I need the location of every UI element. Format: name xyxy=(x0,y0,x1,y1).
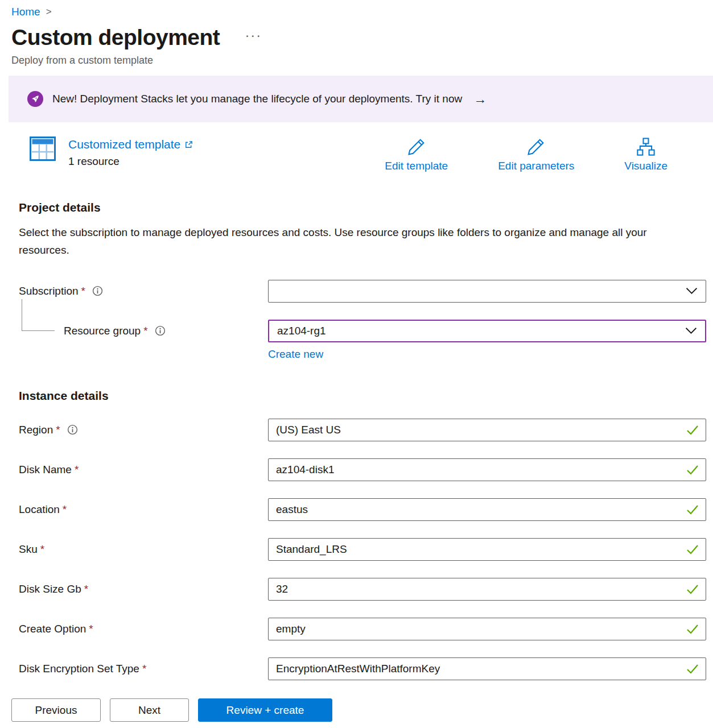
disk-size-label: Disk Size Gb xyxy=(19,583,81,595)
breadcrumb: Home > xyxy=(0,0,713,18)
project-details-description: Select the subscription to manage deploy… xyxy=(19,224,673,259)
wizard-footer: Previous Next Review + create xyxy=(0,692,713,728)
required-asterisk xyxy=(142,663,146,675)
custom-deployment-page: Home > Custom deployment ··· Deploy from… xyxy=(0,0,713,728)
region-label: Region xyxy=(19,424,53,436)
valid-check-icon xyxy=(686,544,699,555)
chevron-down-icon xyxy=(686,287,698,295)
subscription-label: Subscription xyxy=(19,285,79,297)
edit-parameters-button[interactable]: Edit parameters xyxy=(498,136,574,172)
template-icon xyxy=(30,136,56,163)
disk-name-input[interactable] xyxy=(268,458,706,481)
edit-parameters-label: Edit parameters xyxy=(498,160,574,172)
required-asterisk xyxy=(75,464,79,476)
visualize-button[interactable]: Visualize xyxy=(624,136,667,172)
template-actions: Edit template Edit parameters Visualize xyxy=(385,136,667,172)
breadcrumb-chevron-icon: > xyxy=(46,6,52,18)
more-options-button[interactable]: ··· xyxy=(245,28,262,42)
breadcrumb-home-link[interactable]: Home xyxy=(11,6,40,18)
subscription-dropdown[interactable] xyxy=(268,280,706,303)
required-asterisk xyxy=(84,583,88,595)
encryption-set-type-input[interactable] xyxy=(268,657,706,680)
info-icon[interactable] xyxy=(92,286,103,296)
create-new-link[interactable]: Create new xyxy=(268,348,323,361)
info-icon[interactable] xyxy=(67,424,78,435)
required-asterisk xyxy=(56,424,60,436)
required-asterisk xyxy=(63,503,67,516)
resource-group-dropdown[interactable]: az104-rg1 xyxy=(268,320,706,342)
required-asterisk xyxy=(40,543,44,556)
chevron-down-icon xyxy=(685,327,697,334)
template-name: Customized template xyxy=(68,138,180,151)
arrow-right-icon[interactable]: → xyxy=(473,92,487,107)
region-input[interactable] xyxy=(268,419,706,441)
banner-text: New! Deployment Stacks let you manage th… xyxy=(52,93,462,105)
resource-count: 1 resource xyxy=(68,155,193,168)
disk-encryption-set-type-label: Disk Encryption Set Type xyxy=(19,663,139,675)
create-option-label: Create Option xyxy=(19,623,86,635)
disk-size-input[interactable] xyxy=(268,578,706,601)
project-details-heading: Project details xyxy=(19,201,706,214)
pencil-icon xyxy=(406,136,427,157)
sku-label: Sku xyxy=(19,543,38,556)
valid-check-icon xyxy=(686,504,699,515)
visualize-label: Visualize xyxy=(624,160,667,172)
visualize-icon xyxy=(636,136,656,157)
valid-check-icon xyxy=(686,584,699,594)
valid-check-icon xyxy=(686,664,699,674)
required-asterisk xyxy=(89,623,93,635)
customized-template-link[interactable]: Customized template xyxy=(68,138,193,151)
location-input[interactable] xyxy=(268,498,706,521)
instance-details-heading: Instance details xyxy=(19,389,706,403)
valid-check-icon xyxy=(686,624,699,634)
sku-input[interactable] xyxy=(268,538,706,561)
external-link-icon xyxy=(184,140,193,149)
pencil-icon xyxy=(526,136,546,157)
required-asterisk xyxy=(143,325,147,337)
location-label: Location xyxy=(19,503,60,516)
required-asterisk xyxy=(81,285,85,297)
edit-template-label: Edit template xyxy=(385,160,448,172)
disk-name-label: Disk Name xyxy=(19,464,72,476)
valid-check-icon xyxy=(686,425,699,435)
next-button[interactable]: Next xyxy=(110,698,189,722)
resource-group-value: az104-rg1 xyxy=(277,325,326,337)
review-create-button[interactable]: Review + create xyxy=(198,698,332,722)
resource-group-label: Resource group xyxy=(64,325,141,337)
template-summary: Customized template 1 resource Edit temp… xyxy=(0,122,713,172)
info-icon[interactable] xyxy=(155,325,166,336)
page-subtitle: Deploy from a custom template xyxy=(11,55,713,67)
page-title: Custom deployment xyxy=(11,25,220,50)
hierarchy-connector-line xyxy=(22,299,55,331)
create-option-input[interactable] xyxy=(268,618,706,640)
deployment-stacks-banner: New! Deployment Stacks let you manage th… xyxy=(9,76,713,122)
edit-template-button[interactable]: Edit template xyxy=(385,136,448,172)
valid-check-icon xyxy=(686,465,699,475)
rocket-icon xyxy=(27,91,43,107)
previous-button[interactable]: Previous xyxy=(11,698,101,722)
